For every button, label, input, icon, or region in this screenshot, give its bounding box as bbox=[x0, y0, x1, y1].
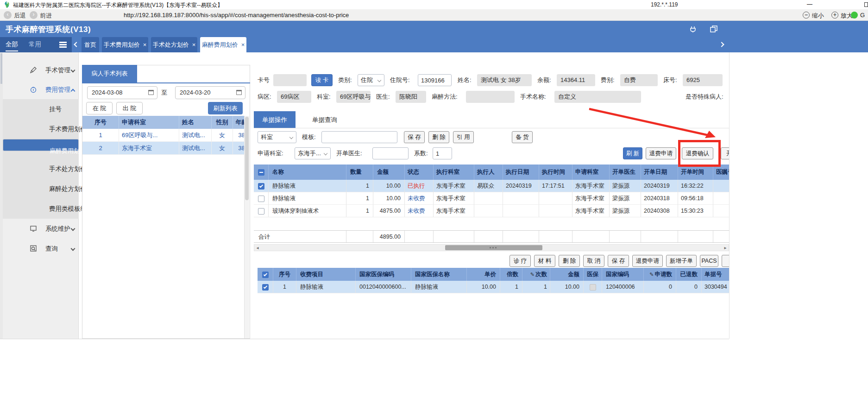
pacs-button[interactable]: PACS bbox=[700, 255, 718, 267]
browser-toolbar: ‹ 后退 › 前进 http://192.168.189.187:8000/hi… bbox=[0, 9, 868, 21]
refund-apply-button[interactable]: 退费申请 bbox=[632, 255, 663, 267]
back-button[interactable]: 后退 bbox=[14, 12, 26, 20]
menu-mode-common[interactable]: 常用 bbox=[29, 40, 41, 49]
coefficient-input[interactable] bbox=[433, 147, 452, 159]
tab-scroll-left-icon[interactable] bbox=[74, 42, 79, 47]
menu-mode-all[interactable]: 全部 bbox=[6, 40, 18, 51]
scrollbar-thumb[interactable] bbox=[445, 245, 542, 250]
row-checkbox[interactable] bbox=[258, 196, 264, 202]
close-icon[interactable]: × bbox=[241, 41, 245, 48]
patient-table-header: 序号 申请科室 姓名 性别 年龄 bbox=[82, 116, 245, 129]
sidebar-item-surgery-cost-pricing[interactable]: 手术费用划价 bbox=[3, 119, 79, 139]
tab-doc-query[interactable]: 单据查询 bbox=[304, 111, 346, 128]
date-from-input[interactable]: 2024-03-08 bbox=[87, 86, 157, 99]
medical-record-button[interactable]: 病 历 bbox=[722, 255, 729, 267]
app-title: 手术麻醉管理系统(V13) bbox=[6, 24, 91, 35]
save-button[interactable]: 保 存 bbox=[608, 255, 629, 267]
admission-no-input[interactable] bbox=[418, 74, 452, 86]
patient-row[interactable]: 1 69区呼吸与... 测试电... 女 38 bbox=[82, 129, 245, 142]
patient-row-selected[interactable]: 2 东海手术室 测试电... 女 38 bbox=[82, 142, 245, 155]
address-bar[interactable]: http://192.168.189.187:8000/his-ss/app/#… bbox=[124, 12, 349, 19]
sidebar-item-system-maint[interactable]: 系统维护 bbox=[3, 219, 79, 239]
delete-button[interactable]: 删 除 bbox=[428, 131, 449, 143]
anesthesia-method-label: 麻醉方法: bbox=[432, 91, 458, 103]
forward-button[interactable]: 前进 bbox=[40, 12, 52, 20]
detail-row[interactable]: 1 静脉输液 0012040000600... 静脉输液 10.00 1 1 1… bbox=[258, 281, 729, 293]
sidebar-item-anesthesia-prescription-pricing[interactable]: 麻醉处方划价 bbox=[3, 179, 79, 199]
stock-button[interactable]: 备 货 bbox=[512, 131, 533, 143]
patient-list-scrollbar[interactable] bbox=[244, 116, 249, 338]
out-hospital-button[interactable]: 出 院 bbox=[116, 102, 143, 114]
calendar-icon[interactable] bbox=[236, 90, 242, 95]
forward-icon[interactable]: › bbox=[30, 11, 38, 19]
plugin-icon[interactable] bbox=[689, 25, 697, 33]
template-input[interactable] bbox=[321, 131, 397, 143]
patient-list-title-tab[interactable]: 病人手术列表 bbox=[82, 65, 137, 82]
zoom-out-button[interactable]: 缩小 bbox=[812, 12, 824, 20]
bed-label: 床号: bbox=[663, 74, 677, 86]
in-hospital-button[interactable]: 在 院 bbox=[86, 102, 113, 114]
screen: 福建医科大学附属第二医院东海院区--手术麻醉管理系统(V13)【东海手术室--易… bbox=[0, 0, 868, 405]
horizontal-scrollbar[interactable]: ◂ ▸ bbox=[254, 244, 729, 251]
open-order-button[interactable]: 开 单 bbox=[721, 147, 729, 159]
quote-button[interactable]: 引 用 bbox=[453, 131, 474, 143]
sidebar-item-query[interactable]: 查询 bbox=[3, 239, 79, 259]
card-input[interactable] bbox=[273, 74, 307, 86]
tab-scroll-right-icon[interactable] bbox=[719, 42, 724, 47]
refund-apply-button[interactable]: 退费申请 bbox=[646, 147, 676, 159]
sidebar-item-cost-mgmt[interactable]: 费用管理 bbox=[3, 80, 79, 100]
apply-dept-select[interactable]: 东海手... bbox=[295, 147, 331, 159]
treatment-button[interactable]: 诊 疗 bbox=[509, 255, 531, 267]
back-icon[interactable]: ‹ bbox=[4, 11, 12, 19]
tab-anesthesia-cost[interactable]: 麻醉费用划价× bbox=[200, 37, 246, 52]
sidebar-item-fee-template[interactable]: 费用类模板维护 bbox=[3, 199, 79, 219]
select-all-checkbox[interactable] bbox=[258, 169, 264, 176]
fee-type-label: 费别: bbox=[601, 74, 615, 86]
read-card-button[interactable]: 读 卡 bbox=[311, 74, 333, 86]
charge-row[interactable]: 玻璃体穿刺抽液术 1 4875.00 未收费 东海手术室 东海手术室 梁振源 2… bbox=[254, 205, 729, 217]
new-sub-order-button[interactable]: 新增子单 bbox=[666, 255, 697, 267]
charge-row[interactable]: 静脉输液 1 10.00 已执行 东海手术室 易联众 20240319 17:1… bbox=[254, 180, 729, 192]
sidebar: 手术管理 费用管理 挂号 手术费用划价 麻醉费用划价 手术处方划价 麻醉处方划价… bbox=[0, 52, 79, 339]
calendar-icon[interactable] bbox=[148, 90, 154, 95]
cancel-button[interactable]: 取 消 bbox=[583, 255, 604, 267]
tab-surgery-prescription[interactable]: 手术处方划价× bbox=[151, 37, 197, 52]
select-all-checkbox[interactable] bbox=[262, 272, 269, 278]
sidebar-item-surgery-prescription-pricing[interactable]: 手术处方划价 bbox=[3, 159, 79, 179]
charge-row[interactable]: 静脉输液 1 10.00 未收费 东海手术室 东海手术室 梁振源 2024031… bbox=[254, 192, 729, 205]
doctor-label: 医生: bbox=[376, 91, 390, 103]
save-button[interactable]: 保 存 bbox=[404, 131, 425, 143]
close-icon[interactable]: × bbox=[143, 41, 147, 48]
row-checkbox[interactable] bbox=[258, 183, 264, 190]
material-button[interactable]: 材 料 bbox=[534, 255, 555, 267]
row-checkbox[interactable] bbox=[258, 208, 264, 215]
dept-select[interactable]: 科室 bbox=[258, 131, 296, 143]
date-to-input[interactable]: 2024-03-20 bbox=[175, 86, 245, 99]
scroll-right-icon[interactable]: ▸ bbox=[722, 245, 729, 251]
zoom-in-icon[interactable]: + bbox=[831, 12, 838, 19]
hamburger-icon[interactable] bbox=[59, 42, 67, 43]
row-checkbox[interactable] bbox=[262, 284, 269, 291]
balance-label: 余额: bbox=[537, 74, 551, 86]
order-doctor-input[interactable] bbox=[372, 147, 409, 159]
order-doctor-label: 开单医生: bbox=[336, 147, 362, 159]
category-select[interactable]: 住院 bbox=[358, 74, 384, 86]
app-right-edge bbox=[729, 52, 730, 339]
tab-surgery-cost[interactable]: 手术费用划价× bbox=[102, 37, 148, 52]
tab-doc-operate[interactable]: 单据操作 bbox=[254, 111, 296, 128]
refresh-button[interactable]: 刷 新 bbox=[623, 147, 642, 159]
close-icon[interactable]: × bbox=[192, 41, 196, 48]
divider bbox=[254, 128, 729, 128]
windows-icon[interactable] bbox=[710, 25, 718, 33]
refresh-list-button[interactable]: 刷新列表 bbox=[208, 102, 243, 114]
delete-button[interactable]: 删 除 bbox=[559, 255, 580, 267]
sidebar-item-registration[interactable]: 挂号 bbox=[3, 99, 79, 119]
scroll-left-icon[interactable]: ◂ bbox=[254, 245, 261, 251]
refund-confirm-button[interactable]: 退费确认 bbox=[682, 147, 713, 159]
tab-home[interactable]: 首页 bbox=[82, 37, 99, 52]
sidebar-item-anesthesia-cost-pricing[interactable]: 麻醉费用划价 bbox=[3, 139, 79, 151]
maximize-button[interactable] bbox=[864, 2, 868, 7]
zoom-out-icon[interactable]: − bbox=[803, 12, 810, 19]
minimize-button[interactable]: — bbox=[805, 1, 814, 8]
sidebar-item-surgery-mgmt[interactable]: 手术管理 bbox=[3, 60, 79, 80]
